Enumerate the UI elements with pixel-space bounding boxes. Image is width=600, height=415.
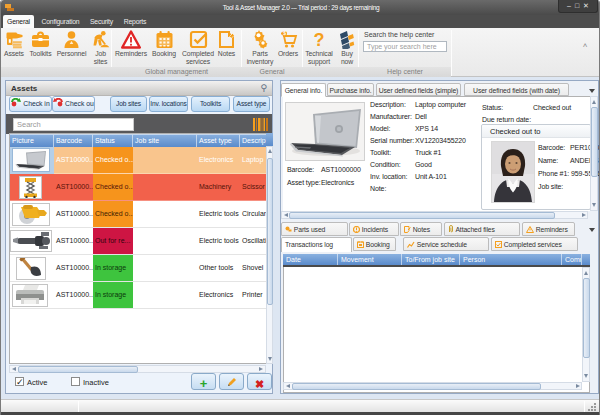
- svg-text:?: ?: [313, 30, 324, 49]
- svg-text:$: $: [283, 30, 286, 36]
